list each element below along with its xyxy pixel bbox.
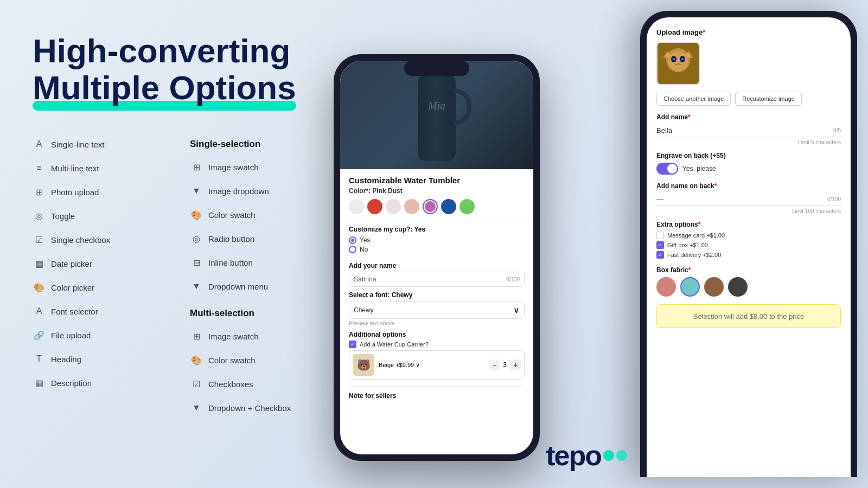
extra-option-3[interactable]: ✓ Fast delivery +$2.00	[656, 251, 841, 259]
feature-color-picker: 🎨 Color picker	[33, 277, 190, 298]
feature-image-swatch-s: ⊞ Image swatch	[190, 156, 347, 178]
multi-selection-title: Multi-selection	[190, 308, 347, 319]
inline-icon: ⊟	[190, 256, 203, 269]
name-field-count: 0/5	[833, 127, 841, 133]
extra-option-1-label: Message card +$1.00	[667, 232, 725, 239]
feature-checkboxes: ☑ Checkboxes	[190, 373, 347, 395]
feature-label: Toggle	[51, 211, 75, 221]
left-panel: High-converting Multiple Options A Singl…	[33, 33, 347, 419]
headline: High-converting Multiple Options	[33, 33, 347, 106]
svg-rect-0	[418, 74, 456, 161]
add-name-label: Add name*	[656, 113, 841, 121]
toggle-thumb	[667, 164, 677, 174]
file-icon: 🔗	[33, 329, 46, 342]
required-star-extra: *	[698, 221, 701, 228]
feature-description: ▦ Description	[33, 372, 190, 394]
color-swatch-4[interactable]	[404, 199, 419, 214]
dropdown-icon: ▼	[190, 280, 203, 293]
name-label: Add your name	[349, 262, 525, 269]
cat-photo	[656, 42, 700, 85]
color-swatch-2[interactable]	[367, 199, 382, 214]
back-limit-text: Limit 100 characters	[656, 208, 841, 214]
feature-file-upload: 🔗 File upload	[33, 324, 190, 346]
feature-inline-button: ⊟ Inline button	[190, 252, 347, 273]
font-select-value: Chewy	[354, 306, 374, 314]
product-title: Customizable Water Tumbler	[349, 176, 525, 185]
features-grid: A Single-line text ≡ Multi-line text ⊞ P…	[33, 133, 347, 419]
radio-icon: ◎	[190, 232, 203, 245]
name-section: Add your name Sabrina 0/100	[340, 262, 533, 291]
name-limit-text: Limit 5 characters	[656, 139, 841, 145]
upload-area	[656, 42, 841, 85]
fabric-swatches	[656, 277, 841, 297]
carrier-checkbox[interactable]: ✓ Add a Water Cup Carrier?	[349, 341, 525, 348]
radio-yes[interactable]: Yes	[349, 236, 525, 244]
feature-single-checkbox: ☑ Single checkbox	[33, 229, 190, 251]
tumbler-image: Mia	[340, 61, 533, 169]
dropdown-check-icon: ▼	[190, 401, 203, 414]
back-name-field[interactable]: — 0/100	[656, 193, 841, 206]
price-banner: Selection will add $8.00 to the price	[656, 304, 841, 328]
radio-no[interactable]: No	[349, 246, 525, 253]
phone-notch	[404, 61, 469, 76]
recustomize-button[interactable]: Recustomize image	[735, 92, 802, 106]
feature-image-swatch-m: ⊞ Image swatch	[190, 325, 347, 347]
color-swatch-5[interactable]	[423, 199, 438, 214]
feature-label: Image dropdown	[208, 187, 269, 196]
feature-heading: T Heading	[33, 348, 190, 370]
tepo-dots	[602, 447, 629, 464]
carrier-dropdown-select[interactable]: Beige +$9.99 ∨	[379, 362, 484, 369]
name-input-count: 0/100	[506, 277, 520, 282]
color-swatch-6[interactable]	[441, 199, 456, 214]
qty-plus-button[interactable]: +	[510, 359, 521, 370]
name-input-value: Sabrina	[354, 275, 376, 283]
svg-point-13	[603, 450, 614, 461]
feature-label: Color swatch	[208, 356, 256, 365]
image-swatch-m-icon: ⊞	[190, 330, 203, 343]
carrier-row: 🐻 Beige +$9.99 ∨ − 3 +	[349, 350, 525, 380]
feature-font-selector: A Font selector	[33, 300, 190, 322]
extra-option-2-label: Gift box +$1.00	[667, 242, 708, 248]
toggle-row: Yes, please	[656, 163, 841, 175]
fabric-swatch-2[interactable]	[680, 277, 700, 297]
color-swatch-m-icon: 🎨	[190, 354, 203, 367]
extra-option-2[interactable]: ✓ Gift box +$1.00	[656, 241, 841, 249]
phone-screen-center: Mia Customizable Water Tumbler Color*: P…	[340, 61, 533, 454]
extra-option-1[interactable]: Message card +$1.00	[656, 232, 841, 239]
fabric-swatch-1[interactable]	[656, 277, 676, 297]
name-input-bar[interactable]: Sabrina 0/100	[349, 272, 525, 287]
feature-label: Radio button	[208, 234, 254, 243]
radio-yes-label: Yes	[360, 236, 371, 244]
name-field[interactable]: Bella 0/5	[656, 124, 841, 137]
feature-toggle: ◎ Toggle	[33, 205, 190, 227]
note-label: Note for sellers	[349, 389, 525, 400]
fabric-swatch-4[interactable]	[728, 277, 748, 297]
font-icon: A	[33, 305, 46, 318]
add-name-back-label: Add name on back*	[656, 182, 841, 190]
customize-label: Customize my cup?: Yes	[349, 226, 525, 233]
color-swatch-7[interactable]	[459, 199, 475, 214]
image-dropdown-icon: ▼	[190, 184, 203, 197]
feature-dropdown-menu: ▼ Dropdown menu	[190, 275, 347, 297]
color-swatch-1[interactable]	[349, 199, 364, 214]
engrave-toggle-switch[interactable]	[656, 163, 678, 175]
carrier-checkbox-box: ✓	[349, 341, 356, 348]
qty-minus-button[interactable]: −	[489, 359, 500, 370]
carrier-label: Add a Water Cup Carrier?	[360, 341, 429, 348]
multiline-icon: ≡	[33, 162, 46, 175]
upload-buttons: Choose another image Recustomize image	[656, 92, 841, 106]
color-row: Color*: Pink Dust	[349, 187, 525, 195]
choose-another-button[interactable]: Choose another image	[656, 92, 731, 106]
checkbox-2: ✓	[656, 241, 664, 249]
fabric-swatch-3[interactable]	[704, 277, 724, 297]
feature-label: Image swatch	[208, 163, 259, 172]
font-select-bar[interactable]: Chewy ∨	[349, 301, 525, 319]
date-icon: ▦	[33, 257, 46, 270]
product-details: Customizable Water Tumbler Color*: Pink …	[340, 169, 533, 221]
toggle-label: Yes, please	[682, 165, 716, 172]
feature-label: Color swatch	[208, 210, 256, 220]
color-swatch-3[interactable]	[386, 199, 401, 214]
headline-line2: Multiple Options	[33, 69, 296, 106]
tumbler-svg: Mia	[382, 63, 491, 166]
color-swatches[interactable]	[349, 199, 525, 214]
